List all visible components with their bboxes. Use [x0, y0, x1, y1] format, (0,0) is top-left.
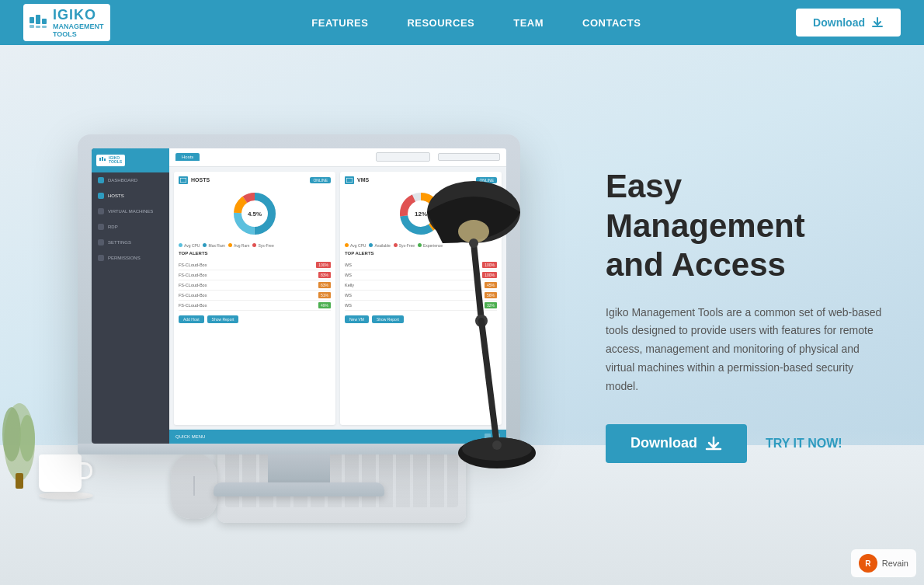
alert-row: FS-CLoud-Box63%	[179, 280, 331, 291]
app-tab-hosts[interactable]: Hosts	[175, 153, 200, 161]
sidebar-item-hosts[interactable]: HOSTS	[92, 188, 169, 204]
vms-card-icon	[345, 176, 354, 184]
svg-rect-11	[102, 157, 103, 161]
sidebar-item-permissions[interactable]: PERMISSIONS	[92, 250, 169, 266]
navbar-download-button[interactable]: Download	[796, 9, 901, 37]
revain-badge: R Revain	[851, 549, 916, 577]
lamp-svg	[412, 165, 567, 507]
add-host-button[interactable]: Add Host	[179, 315, 204, 323]
sidebar-item-vms[interactable]: VIRTUAL MACHINES	[92, 204, 169, 219]
alert-row: FS-CLoud-Box51%	[179, 291, 331, 301]
hosts-card-header: HOSTS ONLINE	[179, 176, 331, 184]
nav-features[interactable]: FEATURES	[311, 14, 368, 32]
svg-line-30	[481, 321, 497, 445]
navbar: IGIKO MANAGEMENT TOOLS FEATURES RESOURCE…	[0, 0, 924, 45]
sidebar-item-settings[interactable]: SETTINGS	[92, 235, 169, 250]
hero-description: Igiko Management Tools are a common set …	[606, 304, 885, 396]
app-logo: IGIKOTOOLS	[96, 155, 125, 166]
hosts-donut-chart: 4.5%	[231, 190, 278, 237]
svg-rect-20	[346, 178, 353, 183]
sidebar-item-dashboard[interactable]: DASHBOARD	[92, 172, 169, 188]
alerts-section-hosts: FS-CLoud-Box100% FS-CLoud-Box83% FS-CLou…	[179, 260, 331, 311]
svg-line-28	[474, 243, 481, 321]
nav-contacts[interactable]: CONTACTS	[582, 14, 641, 32]
revain-logo: R	[859, 554, 877, 573]
hosts-card-icon	[179, 176, 188, 184]
monitor-neck	[268, 454, 330, 482]
svg-point-33	[469, 239, 478, 248]
new-vm-button[interactable]: New VM	[345, 315, 369, 323]
svg-rect-4	[42, 19, 47, 24]
svg-rect-0	[30, 17, 34, 23]
svg-rect-1	[30, 25, 34, 28]
permissions-icon	[98, 255, 104, 261]
svg-rect-13	[180, 178, 186, 183]
show-report-button[interactable]: Show Report	[207, 315, 239, 323]
monitor-base	[214, 482, 384, 496]
settings-icon	[98, 239, 104, 245]
rdp-icon	[98, 224, 104, 230]
hero-section: IGIKOTOOLS DASHBOARD HOSTS	[0, 45, 924, 585]
alert-row: FS-CLoud-Box83%	[179, 270, 331, 280]
logo-text: IGIKO MANAGEMENT TOOLS	[53, 7, 104, 39]
vm-report-button[interactable]: Show Report	[372, 315, 404, 323]
hosts-legend: Avg CPU Max Ram Avg Ram Sys-Free	[179, 243, 331, 248]
app-sidebar-header: IGIKOTOOLS	[92, 148, 169, 172]
svg-rect-3	[36, 26, 40, 28]
nav-team[interactable]: TEAM	[513, 14, 544, 32]
hero-right: Easy Management and Access Igiko Managem…	[582, 120, 924, 509]
svg-rect-5	[42, 26, 47, 28]
alert-row: FS-CLoud-Box100%	[179, 260, 331, 270]
svg-rect-2	[36, 15, 40, 24]
main-nav: FEATURES RESOURCES TEAM CONTACTS	[157, 14, 797, 32]
try-now-button[interactable]: TRY IT NOW!	[766, 437, 842, 451]
hosts-actions: Add Host Show Report	[179, 315, 331, 323]
svg-text:4.5%: 4.5%	[248, 211, 262, 218]
logo-icon	[30, 15, 48, 30]
alert-row: FS-CLoud-Box49%	[179, 301, 331, 311]
vms-icon	[98, 208, 104, 214]
hero-download-button[interactable]: Download	[606, 424, 747, 463]
dashboard-icon	[98, 177, 104, 183]
hosts-icon	[98, 193, 104, 199]
svg-rect-10	[99, 158, 101, 161]
svg-rect-12	[104, 158, 106, 161]
app-sidebar: IGIKOTOOLS DASHBOARD HOSTS	[92, 148, 169, 444]
desk-lamp	[412, 165, 567, 507]
app-topbar: Hosts	[169, 148, 506, 167]
alerts-title-hosts: TOP ALERTS	[179, 251, 331, 256]
download-icon-hero	[705, 435, 722, 452]
logo[interactable]: IGIKO MANAGEMENT TOOLS	[23, 4, 110, 42]
logo-box: IGIKO MANAGEMENT TOOLS	[23, 4, 110, 42]
svg-point-34	[492, 440, 502, 450]
hero-content: IGIKOTOOLS DASHBOARD HOSTS	[0, 45, 924, 585]
app-search-bar[interactable]	[376, 152, 430, 162]
hero-title: Easy Management and Access	[606, 167, 885, 284]
app-breadcrumb	[438, 153, 500, 161]
app-card-hosts: HOSTS ONLINE	[174, 172, 335, 425]
hero-actions: Download TRY IT NOW!	[606, 424, 885, 463]
nav-resources[interactable]: RESOURCES	[407, 14, 474, 32]
sidebar-item-rdp[interactable]: RDP	[92, 219, 169, 235]
download-icon	[871, 16, 884, 29]
